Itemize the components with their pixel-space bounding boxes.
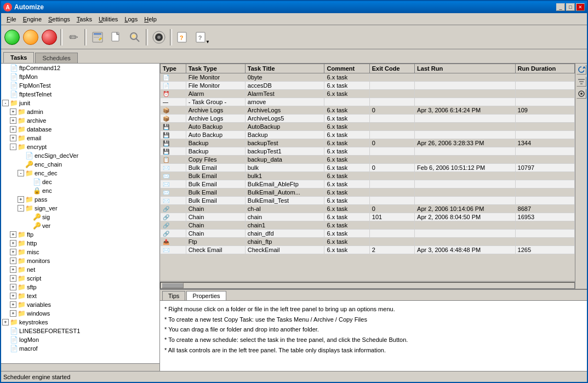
- tree-item-pass[interactable]: +📁pass: [1, 195, 159, 204]
- tab-schedules[interactable]: Schedules: [35, 53, 77, 63]
- stop-button[interactable]: [41, 28, 58, 46]
- tree-item-enc_dec[interactable]: -📁enc_dec: [1, 169, 159, 178]
- table-row[interactable]: 🔗 Chain chain_dfd 6.x task: [161, 230, 575, 238]
- tree-item-ftpCommand12[interactable]: 📄ftpCommand12: [1, 64, 159, 72]
- tree-toggle[interactable]: -: [18, 205, 24, 211]
- tree-toggle[interactable]: +: [10, 275, 16, 282]
- table-row[interactable]: ✉️ Bulk Email BulkEmail_Autom... 6.x tas…: [161, 188, 575, 197]
- tree-toggle[interactable]: +: [10, 117, 16, 124]
- new-button[interactable]: [107, 28, 125, 46]
- table-row[interactable]: ✉️ Bulk Email BulkEmail_AbleFtp 6.x task: [161, 180, 575, 188]
- tree-bottom-scroll[interactable]: [1, 363, 159, 371]
- horizontal-scrollbar[interactable]: [160, 281, 575, 289]
- table-row[interactable]: 📦 Archive Logs ArchiveLogs5 6.x task: [161, 115, 575, 123]
- tree-item-admin[interactable]: +📁admin: [1, 107, 159, 116]
- tab-tasks[interactable]: Tasks: [3, 52, 34, 63]
- table-row[interactable]: 📄 File Monitor accesDB 6.x task: [161, 82, 575, 90]
- circle-button[interactable]: [576, 89, 586, 99]
- tree-item-ver[interactable]: 🔑ver: [1, 221, 159, 230]
- tree-toggle[interactable]: +: [2, 319, 9, 325]
- col-comment[interactable]: Comment: [324, 64, 369, 73]
- tree-toggle[interactable]: +: [10, 266, 16, 273]
- diagonal-tool-button[interactable]: ✏: [65, 28, 82, 46]
- table-row[interactable]: 🔗 Chain chain 6.x task 101 Apr 2, 2006 8…: [161, 213, 575, 221]
- tree-item-LINESBEFORETEST1[interactable]: 📄LINESBEFORETEST1: [1, 327, 159, 335]
- table-row[interactable]: 💾 Auto Backup Backup 6.x task: [161, 131, 575, 139]
- tree-item-http[interactable]: +📁http: [1, 239, 159, 248]
- record-button[interactable]: [150, 28, 168, 46]
- tree-toggle[interactable]: +: [10, 135, 16, 141]
- tree-item-database[interactable]: +📁database: [1, 125, 159, 134]
- tree-item-enc[interactable]: 🔒enc: [1, 186, 159, 195]
- table-row[interactable]: ⏰ Alarm AlarmTest 6.x task: [161, 90, 575, 98]
- tree-item-sign_ver[interactable]: -📁sign_ver: [1, 204, 159, 213]
- menu-file[interactable]: File: [3, 15, 20, 24]
- menu-settings[interactable]: Settings: [45, 15, 73, 24]
- table-row[interactable]: 🔗 Chain ch-al 6.x task 0 Apr 2, 2006 10:…: [161, 205, 575, 213]
- tree-toggle[interactable]: +: [18, 196, 24, 203]
- tree-item-windows[interactable]: +📁windows: [1, 309, 159, 318]
- tree-item-dec[interactable]: 📄dec: [1, 178, 159, 186]
- table-row[interactable]: 💾 Backup backupTest 6.x task 0 Apr 26, 2…: [161, 139, 575, 147]
- table-row[interactable]: ✉️ Bulk Email bulk1 6.x task: [161, 172, 575, 180]
- tree-item-variables[interactable]: +📁variables: [1, 300, 159, 309]
- tab-properties[interactable]: Properties: [186, 291, 226, 300]
- tree-item-net[interactable]: +📁net: [1, 265, 159, 274]
- tab-tips[interactable]: Tips: [162, 291, 185, 300]
- tree-item-misc[interactable]: +📁misc: [1, 248, 159, 256]
- col-last-run[interactable]: Last Run: [415, 64, 515, 73]
- close-button[interactable]: ✕: [576, 3, 585, 11]
- tree-item-keystrokes[interactable]: +📁keystrokes: [1, 318, 159, 327]
- tree-item-ftpMon[interactable]: 📄ftpMon: [1, 72, 159, 81]
- edit-button[interactable]: [89, 28, 106, 46]
- tree-item-logMon[interactable]: 📄logMon: [1, 335, 159, 344]
- tree-item-text[interactable]: +📁text: [1, 291, 159, 300]
- minimize-button[interactable]: _: [556, 3, 565, 11]
- tree-toggle[interactable]: +: [10, 108, 16, 115]
- tree-toggle[interactable]: +: [10, 126, 16, 133]
- search-button[interactable]: [126, 28, 144, 46]
- tree-item-ftp[interactable]: +📁ftp: [1, 230, 159, 239]
- refresh-button[interactable]: [576, 65, 586, 75]
- table-row[interactable]: 📋 Copy Files backup_data 6.x task: [161, 156, 575, 164]
- menu-engine[interactable]: Engine: [20, 15, 45, 24]
- table-row[interactable]: 🔗 Chain chain1 6.x task: [161, 221, 575, 230]
- col-run-duration[interactable]: Run Duration: [515, 64, 574, 73]
- menu-logs[interactable]: Logs: [121, 15, 141, 24]
- tree-toggle[interactable]: +: [10, 310, 16, 317]
- col-task-type[interactable]: Task Type: [186, 64, 245, 73]
- tree-item-encrypt[interactable]: -📁encrypt: [1, 142, 159, 151]
- tree-item-monitors[interactable]: +📁monitors: [1, 256, 159, 265]
- table-row[interactable]: ✉️ Bulk Email BulkEmail_Test 6.x task: [161, 197, 575, 205]
- tree-toggle[interactable]: +: [10, 293, 16, 299]
- table-row[interactable]: 💾 Auto Backup AutoBackup 6.x task: [161, 123, 575, 131]
- tree-scroll[interactable]: 📄ftpCommand12📄ftpMon📄FtpMonTest📄ftptestT…: [1, 64, 159, 363]
- tree-toggle[interactable]: +: [10, 258, 16, 264]
- pause-button[interactable]: [22, 28, 39, 46]
- tree-item-encSign_decVer[interactable]: 📄encSign_decVer: [1, 151, 159, 160]
- col-exit-code[interactable]: Exit Code: [369, 64, 414, 73]
- tree-item-email[interactable]: +📁email: [1, 134, 159, 142]
- tree-item-macrof[interactable]: 📄macrof: [1, 344, 159, 353]
- tree-toggle[interactable]: +: [10, 301, 16, 308]
- table-wrapper[interactable]: Type Task Type Task Title Comment Exit C…: [160, 64, 575, 281]
- tree-item-FtpMonTest[interactable]: 📄FtpMonTest: [1, 81, 159, 90]
- tree-item-script[interactable]: +📁script: [1, 274, 159, 283]
- menu-tasks[interactable]: Tasks: [73, 15, 95, 24]
- tree-toggle[interactable]: +: [10, 240, 16, 247]
- table-row[interactable]: 📄 File Monitor 0byte 6.x task: [161, 73, 575, 82]
- col-task-title[interactable]: Task Title: [245, 64, 324, 73]
- table-row[interactable]: — - Task Group - arnove: [161, 98, 575, 106]
- filter-button[interactable]: [576, 77, 586, 87]
- tree-toggle[interactable]: +: [10, 231, 16, 238]
- menu-utilities[interactable]: Utilities: [95, 15, 121, 24]
- tree-item-sftp[interactable]: +📁sftp: [1, 283, 159, 291]
- tree-item-enc_chain[interactable]: 🔑enc_chain: [1, 160, 159, 169]
- table-row[interactable]: 📦 Archive Logs ArchiveLogs 6.x task 0 Ap…: [161, 106, 575, 115]
- table-row[interactable]: ✉️ Check Email CheckEmail 6.x task 2 Apr…: [161, 246, 575, 254]
- tree-toggle[interactable]: -: [2, 100, 9, 106]
- help-button[interactable]: ?: [174, 28, 192, 46]
- tree-item-ftptestTelnet[interactable]: 📄ftptestTelnet: [1, 90, 159, 99]
- help2-button[interactable]: ? ▼: [193, 28, 210, 46]
- tree-toggle[interactable]: +: [10, 284, 16, 290]
